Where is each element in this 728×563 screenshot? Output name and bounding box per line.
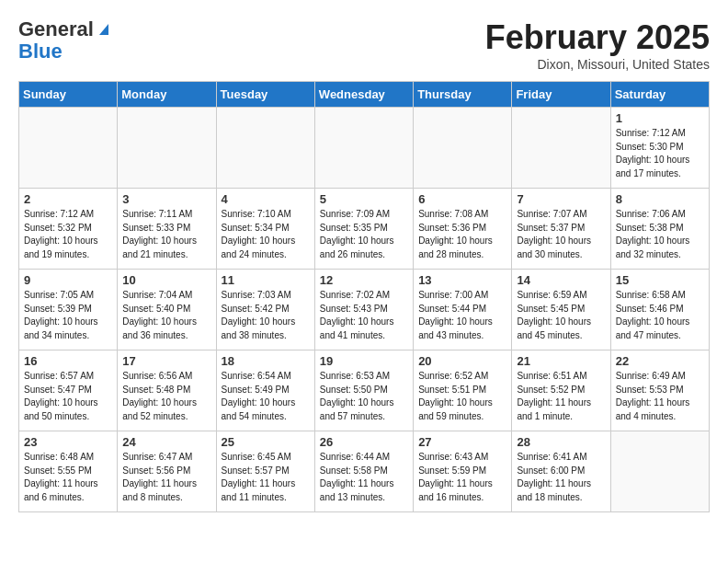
- day-number: 6: [418, 192, 506, 206]
- logo-general-text: General: [18, 18, 94, 40]
- day-info: Sunrise: 7:06 AM Sunset: 5:38 PM Dayligh…: [616, 208, 704, 261]
- calendar-cell: [414, 108, 512, 189]
- calendar-cell: 21Sunrise: 6:51 AM Sunset: 5:52 PM Dayli…: [512, 350, 610, 431]
- title-block: February 2025 Dixon, Missouri, United St…: [485, 18, 710, 72]
- calendar-cell: 17Sunrise: 6:56 AM Sunset: 5:48 PM Dayli…: [118, 350, 216, 431]
- day-info: Sunrise: 7:04 AM Sunset: 5:40 PM Dayligh…: [122, 289, 210, 342]
- day-info: Sunrise: 7:02 AM Sunset: 5:43 PM Dayligh…: [320, 289, 408, 342]
- calendar-cell: 4Sunrise: 7:10 AM Sunset: 5:34 PM Daylig…: [216, 189, 314, 270]
- day-number: 13: [418, 273, 506, 287]
- day-number: 11: [222, 273, 310, 287]
- day-number: 15: [616, 273, 704, 287]
- day-info: Sunrise: 7:07 AM Sunset: 5:37 PM Dayligh…: [517, 208, 605, 261]
- calendar-cell: 19Sunrise: 6:53 AM Sunset: 5:50 PM Dayli…: [314, 350, 413, 431]
- day-number: 18: [222, 354, 310, 368]
- calendar-day-header: Sunday: [19, 82, 118, 108]
- day-info: Sunrise: 7:09 AM Sunset: 5:35 PM Dayligh…: [320, 208, 408, 261]
- day-info: Sunrise: 7:10 AM Sunset: 5:34 PM Dayligh…: [222, 208, 310, 261]
- day-number: 24: [122, 435, 210, 449]
- day-number: 2: [24, 192, 112, 206]
- location-text: Dixon, Missouri, United States: [485, 57, 710, 72]
- calendar-day-header: Thursday: [414, 82, 512, 108]
- day-number: 16: [24, 354, 112, 368]
- calendar-cell: 3Sunrise: 7:11 AM Sunset: 5:33 PM Daylig…: [118, 189, 216, 270]
- calendar-cell: 26Sunrise: 6:44 AM Sunset: 5:58 PM Dayli…: [314, 431, 413, 512]
- day-number: 23: [24, 435, 112, 449]
- calendar-cell: 18Sunrise: 6:54 AM Sunset: 5:49 PM Dayli…: [216, 350, 314, 431]
- calendar-cell: [216, 108, 314, 189]
- calendar-week-row: 23Sunrise: 6:48 AM Sunset: 5:55 PM Dayli…: [19, 431, 710, 512]
- day-info: Sunrise: 7:05 AM Sunset: 5:39 PM Dayligh…: [24, 289, 112, 342]
- day-number: 25: [222, 435, 310, 449]
- day-info: Sunrise: 7:03 AM Sunset: 5:42 PM Dayligh…: [222, 289, 310, 342]
- day-info: Sunrise: 7:00 AM Sunset: 5:44 PM Dayligh…: [418, 289, 506, 342]
- calendar-cell: 5Sunrise: 7:09 AM Sunset: 5:35 PM Daylig…: [314, 189, 413, 270]
- day-info: Sunrise: 6:58 AM Sunset: 5:46 PM Dayligh…: [616, 289, 704, 342]
- day-number: 27: [418, 435, 506, 449]
- day-info: Sunrise: 6:49 AM Sunset: 5:53 PM Dayligh…: [616, 370, 704, 423]
- day-info: Sunrise: 7:12 AM Sunset: 5:32 PM Dayligh…: [24, 208, 112, 261]
- calendar-cell: 20Sunrise: 6:52 AM Sunset: 5:51 PM Dayli…: [414, 350, 512, 431]
- page-header: General Blue February 2025 Dixon, Missou…: [18, 18, 710, 72]
- logo-icon: [96, 20, 112, 37]
- calendar-cell: 27Sunrise: 6:43 AM Sunset: 5:59 PM Dayli…: [414, 431, 512, 512]
- day-number: 21: [517, 354, 605, 368]
- calendar-cell: [19, 108, 118, 189]
- calendar-cell: [610, 431, 709, 512]
- logo: General Blue: [18, 18, 112, 63]
- calendar-cell: [118, 108, 216, 189]
- day-info: Sunrise: 6:45 AM Sunset: 5:57 PM Dayligh…: [222, 451, 310, 504]
- day-info: Sunrise: 6:51 AM Sunset: 5:52 PM Dayligh…: [517, 370, 605, 423]
- day-number: 10: [122, 273, 210, 287]
- day-info: Sunrise: 6:57 AM Sunset: 5:47 PM Dayligh…: [24, 370, 112, 423]
- calendar-day-header: Wednesday: [314, 82, 413, 108]
- calendar-day-header: Saturday: [610, 82, 709, 108]
- day-info: Sunrise: 7:11 AM Sunset: 5:33 PM Dayligh…: [122, 208, 210, 261]
- day-number: 1: [616, 111, 704, 125]
- day-info: Sunrise: 6:47 AM Sunset: 5:56 PM Dayligh…: [122, 451, 210, 504]
- calendar-table: SundayMondayTuesdayWednesdayThursdayFrid…: [18, 81, 710, 512]
- calendar-cell: 22Sunrise: 6:49 AM Sunset: 5:53 PM Dayli…: [610, 350, 709, 431]
- day-info: Sunrise: 6:54 AM Sunset: 5:49 PM Dayligh…: [222, 370, 310, 423]
- calendar-week-row: 16Sunrise: 6:57 AM Sunset: 5:47 PM Dayli…: [19, 350, 710, 431]
- calendar-cell: 25Sunrise: 6:45 AM Sunset: 5:57 PM Dayli…: [216, 431, 314, 512]
- calendar-cell: [512, 108, 610, 189]
- day-number: 22: [616, 354, 704, 368]
- calendar-week-row: 1Sunrise: 7:12 AM Sunset: 5:30 PM Daylig…: [19, 108, 710, 189]
- day-number: 7: [517, 192, 605, 206]
- day-info: Sunrise: 6:43 AM Sunset: 5:59 PM Dayligh…: [418, 451, 506, 504]
- day-number: 5: [320, 192, 408, 206]
- month-title: February 2025: [485, 18, 710, 57]
- day-number: 12: [320, 273, 408, 287]
- day-info: Sunrise: 7:08 AM Sunset: 5:36 PM Dayligh…: [418, 208, 506, 261]
- day-number: 3: [122, 192, 210, 206]
- calendar-cell: 10Sunrise: 7:04 AM Sunset: 5:40 PM Dayli…: [118, 270, 216, 350]
- day-info: Sunrise: 6:48 AM Sunset: 5:55 PM Dayligh…: [24, 451, 112, 504]
- day-info: Sunrise: 6:59 AM Sunset: 5:45 PM Dayligh…: [517, 289, 605, 342]
- day-number: 20: [418, 354, 506, 368]
- calendar-cell: 11Sunrise: 7:03 AM Sunset: 5:42 PM Dayli…: [216, 270, 314, 350]
- day-number: 28: [517, 435, 605, 449]
- calendar-day-header: Tuesday: [216, 82, 314, 108]
- calendar-cell: 14Sunrise: 6:59 AM Sunset: 5:45 PM Dayli…: [512, 270, 610, 350]
- calendar-cell: 12Sunrise: 7:02 AM Sunset: 5:43 PM Dayli…: [314, 270, 413, 350]
- calendar-day-header: Friday: [512, 82, 610, 108]
- day-info: Sunrise: 7:12 AM Sunset: 5:30 PM Dayligh…: [616, 127, 704, 180]
- day-number: 17: [122, 354, 210, 368]
- calendar-cell: 9Sunrise: 7:05 AM Sunset: 5:39 PM Daylig…: [19, 270, 118, 350]
- svg-marker-0: [99, 24, 108, 35]
- calendar-cell: 7Sunrise: 7:07 AM Sunset: 5:37 PM Daylig…: [512, 189, 610, 270]
- day-number: 4: [222, 192, 310, 206]
- calendar-cell: 1Sunrise: 7:12 AM Sunset: 5:30 PM Daylig…: [610, 108, 709, 189]
- calendar-header-row: SundayMondayTuesdayWednesdayThursdayFrid…: [19, 82, 710, 108]
- day-info: Sunrise: 6:44 AM Sunset: 5:58 PM Dayligh…: [320, 451, 408, 504]
- day-number: 19: [320, 354, 408, 368]
- day-info: Sunrise: 6:56 AM Sunset: 5:48 PM Dayligh…: [122, 370, 210, 423]
- calendar-week-row: 9Sunrise: 7:05 AM Sunset: 5:39 PM Daylig…: [19, 270, 710, 350]
- calendar-day-header: Monday: [118, 82, 216, 108]
- logo-blue-text: Blue: [18, 40, 63, 63]
- calendar-cell: 16Sunrise: 6:57 AM Sunset: 5:47 PM Dayli…: [19, 350, 118, 431]
- calendar-cell: 6Sunrise: 7:08 AM Sunset: 5:36 PM Daylig…: [414, 189, 512, 270]
- day-number: 8: [616, 192, 704, 206]
- day-info: Sunrise: 6:41 AM Sunset: 6:00 PM Dayligh…: [517, 451, 605, 504]
